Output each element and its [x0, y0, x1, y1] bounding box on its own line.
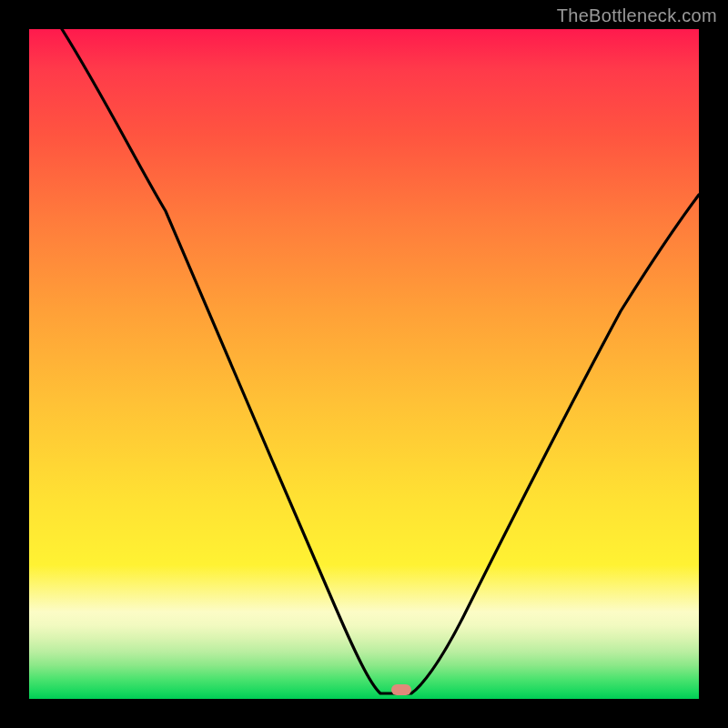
plot-area [29, 29, 699, 699]
curve-path [62, 29, 699, 693]
watermark-label: TheBottleneck.com [557, 5, 717, 26]
bottleneck-curve [29, 29, 699, 699]
optimal-marker [391, 684, 411, 695]
chart-frame: TheBottleneck.com [0, 0, 728, 728]
